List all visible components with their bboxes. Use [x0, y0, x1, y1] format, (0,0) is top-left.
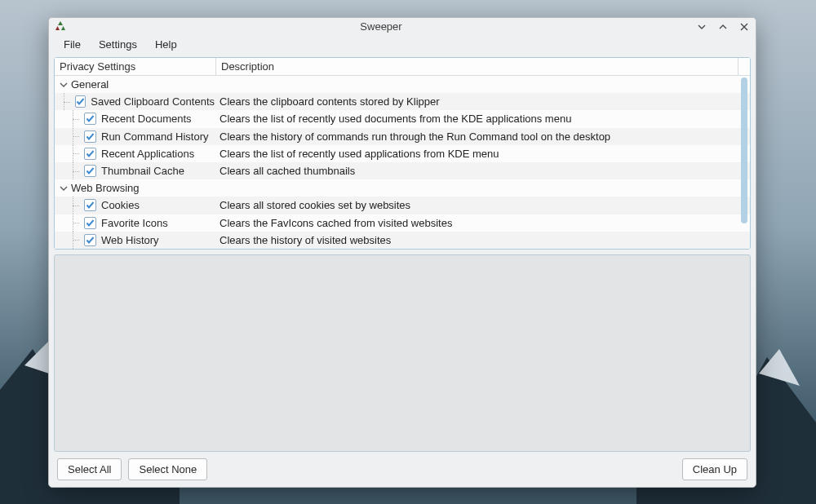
- checkbox[interactable]: [84, 234, 96, 246]
- checkbox[interactable]: [84, 148, 96, 160]
- branch-line: [66, 110, 82, 127]
- item-description: Clears the history of commands run throu…: [216, 128, 750, 145]
- item-label: Recent Applications: [101, 148, 194, 160]
- item-label: Thumbnail Cache: [101, 165, 184, 177]
- item-description: Clears all stored cookies set by website…: [216, 197, 750, 214]
- privacy-tree: Privacy Settings Description General: [54, 57, 751, 250]
- select-none-button[interactable]: Select None: [128, 458, 207, 480]
- bottom-toolbar: Select All Select None Clean Up: [49, 452, 756, 487]
- menubar: File Settings Help: [49, 36, 756, 54]
- item-label: Recent Documents: [101, 113, 192, 125]
- branch-line: [66, 232, 82, 249]
- menu-settings[interactable]: Settings: [91, 36, 145, 53]
- checkbox[interactable]: [84, 165, 96, 177]
- item-description: Clears the clipboard contents stored by …: [216, 93, 750, 110]
- checkbox[interactable]: [84, 130, 96, 143]
- item-description: Clears the FavIcons cached from visited …: [216, 214, 750, 232]
- tree-item[interactable]: Run Command History Clears the history o…: [55, 128, 750, 145]
- group-row[interactable]: General: [55, 76, 750, 93]
- chevron-down-icon[interactable]: [58, 79, 69, 91]
- chevron-down-icon[interactable]: [58, 183, 69, 194]
- item-label: Saved Clipboard Contents: [91, 95, 215, 108]
- tree-item[interactable]: Saved Clipboard Contents Clears the clip…: [55, 93, 750, 110]
- log-panel: [54, 254, 751, 452]
- group-row[interactable]: Web Browsing: [55, 179, 750, 197]
- branch-line: [66, 145, 82, 162]
- item-description: Clears the history of visited websites: [216, 232, 750, 249]
- checkbox[interactable]: [84, 217, 96, 229]
- group-label: Web Browsing: [71, 182, 140, 194]
- item-label: Favorite Icons: [101, 217, 168, 229]
- item-label: Cookies: [101, 199, 140, 211]
- checkbox[interactable]: [84, 113, 96, 125]
- item-description: Clears the list of recently used documen…: [216, 110, 750, 127]
- tree-header: Privacy Settings Description: [55, 58, 750, 76]
- tree-item[interactable]: Recent Documents Clears the list of rece…: [55, 110, 750, 127]
- item-description: Clears all cached thumbnails: [216, 162, 750, 179]
- column-description[interactable]: Description: [216, 58, 738, 75]
- checkbox[interactable]: [75, 95, 86, 108]
- branch-line: [66, 128, 82, 145]
- column-spacer: [738, 58, 750, 75]
- tree-item[interactable]: Cookies Clears all stored cookies set by…: [55, 197, 750, 214]
- tree-item[interactable]: Thumbnail Cache Clears all cached thumbn…: [55, 162, 750, 179]
- minimize-icon[interactable]: [695, 20, 708, 33]
- clean-up-button[interactable]: Clean Up: [682, 458, 747, 480]
- window-title: Sweeper: [67, 20, 695, 33]
- scrollbar[interactable]: [740, 77, 748, 247]
- close-icon[interactable]: [738, 20, 751, 33]
- item-description: Clears the list of recently used applica…: [216, 145, 750, 162]
- menu-file[interactable]: File: [55, 36, 89, 53]
- group-label: General: [71, 78, 109, 91]
- tree-item[interactable]: Favorite Icons Clears the FavIcons cache…: [55, 214, 750, 232]
- scrollbar-thumb[interactable]: [741, 77, 747, 223]
- app-icon: [54, 20, 67, 33]
- tree-item[interactable]: Web History Clears the history of visite…: [55, 232, 750, 249]
- item-label: Run Command History: [101, 130, 209, 143]
- app-window: Sweeper File Settings Help Privacy Setti…: [48, 17, 756, 488]
- menu-help[interactable]: Help: [147, 36, 185, 53]
- branch-line: [66, 162, 82, 179]
- maximize-icon[interactable]: [716, 20, 730, 33]
- select-all-button[interactable]: Select All: [57, 458, 122, 480]
- branch-line: [57, 93, 73, 110]
- tree-item[interactable]: Recent Applications Clears the list of r…: [55, 145, 750, 162]
- checkbox[interactable]: [84, 199, 96, 211]
- branch-line: [66, 197, 82, 214]
- column-privacy[interactable]: Privacy Settings: [55, 58, 216, 75]
- branch-line: [66, 214, 82, 232]
- titlebar[interactable]: Sweeper: [49, 18, 756, 36]
- item-label: Web History: [101, 234, 159, 246]
